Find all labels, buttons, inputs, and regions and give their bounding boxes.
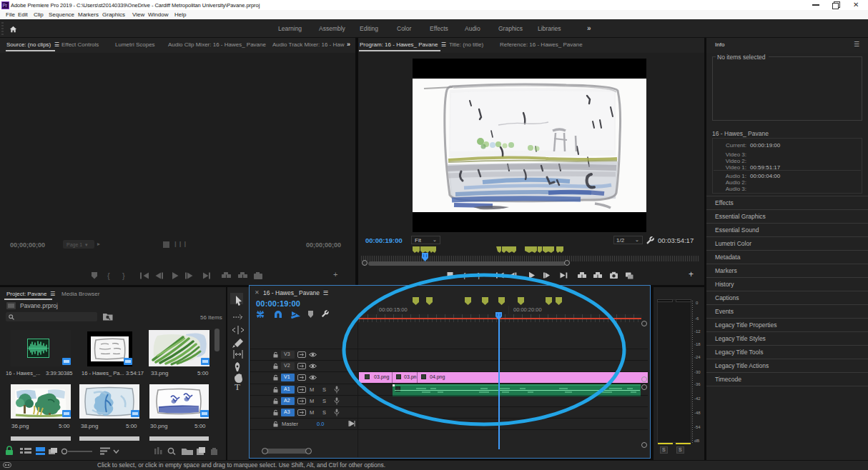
svg-text:{: { xyxy=(107,271,110,280)
svg-text:T: T xyxy=(235,381,240,392)
svg-text:{: { xyxy=(463,272,466,280)
svg-text:}: } xyxy=(478,272,480,280)
svg-text:}: } xyxy=(122,271,125,280)
